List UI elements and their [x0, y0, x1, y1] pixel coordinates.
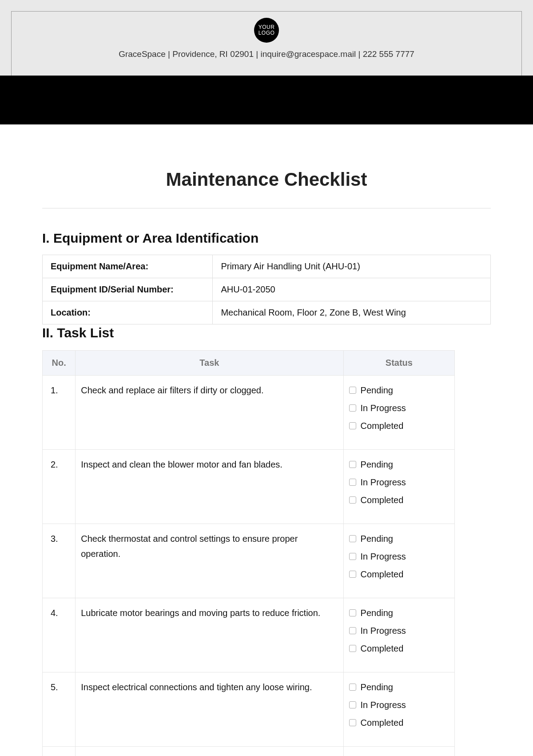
- id-row: Equipment Name/Area:Primary Air Handling…: [43, 255, 491, 278]
- id-row: Location:Mechanical Room, Floor 2, Zone …: [43, 301, 491, 324]
- task-row: 1.Check and replace air filters if dirty…: [43, 376, 455, 450]
- checkbox-icon[interactable]: [349, 535, 356, 542]
- status-label: Pending: [361, 383, 393, 398]
- company-info: GraceSpace | Providence, RI 02901 | inqu…: [9, 49, 524, 59]
- status-option[interactable]: Completed: [349, 567, 449, 582]
- checkbox-icon[interactable]: [349, 553, 356, 560]
- logo-placeholder: YOUR LOGO: [254, 18, 279, 43]
- status-option[interactable]: In Progress: [349, 549, 449, 564]
- status-option[interactable]: Completed: [349, 492, 449, 508]
- document-content: Maintenance Checklist I. Equipment or Ar…: [0, 169, 533, 756]
- task-row: 6.Check the condensation drain line and …: [43, 747, 455, 756]
- checkbox-icon[interactable]: [349, 422, 356, 429]
- task-status-cell: PendingIn ProgressCompleted: [343, 450, 455, 524]
- checkbox-icon[interactable]: [349, 627, 356, 634]
- checkbox-icon[interactable]: [349, 571, 356, 578]
- status-label: Pending: [361, 531, 393, 546]
- status-option[interactable]: In Progress: [349, 400, 449, 416]
- task-no: 4.: [43, 598, 76, 672]
- task-status-cell: Pending: [343, 747, 455, 756]
- id-value: Mechanical Room, Floor 2, Zone B, West W…: [213, 301, 491, 324]
- task-text: Check thermostat and control settings to…: [76, 524, 343, 598]
- task-row: 4.Lubricate motor bearings and moving pa…: [43, 598, 455, 672]
- checkbox-icon[interactable]: [349, 609, 356, 616]
- task-status-cell: PendingIn ProgressCompleted: [343, 598, 455, 672]
- status-label: Pending: [361, 680, 393, 695]
- task-status-cell: PendingIn ProgressCompleted: [343, 524, 455, 598]
- status-label: Completed: [361, 418, 404, 433]
- status-option[interactable]: Completed: [349, 641, 449, 656]
- task-row: 2.Inspect and clean the blower motor and…: [43, 450, 455, 524]
- id-row: Equipment ID/Serial Number:AHU-01-2050: [43, 278, 491, 301]
- task-no: 5.: [43, 672, 76, 747]
- status-option[interactable]: In Progress: [349, 475, 449, 490]
- task-text: Check and replace air filters if dirty o…: [76, 376, 343, 450]
- status-option[interactable]: Pending: [349, 680, 449, 695]
- task-no: 1.: [43, 376, 76, 450]
- status-label: Pending: [361, 457, 393, 472]
- title-divider: [42, 208, 491, 208]
- task-status-cell: PendingIn ProgressCompleted: [343, 672, 455, 747]
- status-label: Pending: [361, 605, 393, 620]
- status-label: Completed: [361, 567, 404, 582]
- id-value: Primary Air Handling Unit (AHU-01): [213, 255, 491, 278]
- checkbox-icon[interactable]: [349, 645, 356, 652]
- checkbox-icon[interactable]: [349, 387, 356, 394]
- status-option[interactable]: Completed: [349, 418, 449, 433]
- task-no: 2.: [43, 450, 76, 524]
- status-label: In Progress: [361, 549, 406, 564]
- col-status: Status: [343, 351, 455, 376]
- header-gray-area: YOUR LOGO GraceSpace | Providence, RI 02…: [0, 0, 533, 76]
- status-option[interactable]: Pending: [349, 383, 449, 398]
- status-option[interactable]: In Progress: [349, 697, 449, 712]
- task-no: 3.: [43, 524, 76, 598]
- section-tasks-heading: II. Task List: [42, 325, 491, 340]
- checkbox-icon[interactable]: [349, 719, 356, 726]
- checkbox-icon[interactable]: [349, 461, 356, 468]
- id-label: Equipment Name/Area:: [43, 255, 213, 278]
- task-text: Check the condensation drain line and pa…: [76, 747, 343, 756]
- status-option[interactable]: Pending: [349, 531, 449, 546]
- task-text: Inspect electrical connections and tight…: [76, 672, 343, 747]
- identification-table: Equipment Name/Area:Primary Air Handling…: [42, 255, 491, 324]
- status-option[interactable]: Pending: [349, 754, 449, 756]
- status-label: In Progress: [361, 400, 406, 416]
- task-table: No. Task Status 1.Check and replace air …: [42, 350, 455, 756]
- status-option[interactable]: Pending: [349, 457, 449, 472]
- checkbox-icon[interactable]: [349, 479, 356, 486]
- logo-text-2: LOGO: [259, 30, 275, 36]
- status-label: Completed: [361, 641, 404, 656]
- status-option[interactable]: In Progress: [349, 623, 449, 638]
- task-text: Inspect and clean the blower motor and f…: [76, 450, 343, 524]
- task-row: 3.Check thermostat and control settings …: [43, 524, 455, 598]
- section-identification-heading: I. Equipment or Area Identification: [42, 231, 491, 246]
- status-label: Completed: [361, 492, 404, 508]
- status-label: In Progress: [361, 697, 406, 712]
- col-no: No.: [43, 351, 76, 376]
- checkbox-icon[interactable]: [349, 404, 356, 412]
- id-label: Equipment ID/Serial Number:: [43, 278, 213, 301]
- checkbox-icon[interactable]: [349, 684, 356, 691]
- status-label: In Progress: [361, 623, 406, 638]
- status-label: In Progress: [361, 475, 406, 490]
- id-label: Location:: [43, 301, 213, 324]
- status-option[interactable]: Pending: [349, 605, 449, 620]
- black-band: [0, 76, 533, 124]
- checkbox-icon[interactable]: [349, 496, 356, 504]
- checkbox-icon[interactable]: [349, 701, 356, 708]
- task-no: 6.: [43, 747, 76, 756]
- col-task: Task: [76, 351, 343, 376]
- task-row: 5.Inspect electrical connections and tig…: [43, 672, 455, 747]
- status-label: Completed: [361, 715, 404, 730]
- id-value: AHU-01-2050: [213, 278, 491, 301]
- status-option[interactable]: Completed: [349, 715, 449, 730]
- page-title: Maintenance Checklist: [42, 169, 491, 190]
- task-status-cell: PendingIn ProgressCompleted: [343, 376, 455, 450]
- status-label: Pending: [361, 754, 393, 756]
- task-text: Lubricate motor bearings and moving part…: [76, 598, 343, 672]
